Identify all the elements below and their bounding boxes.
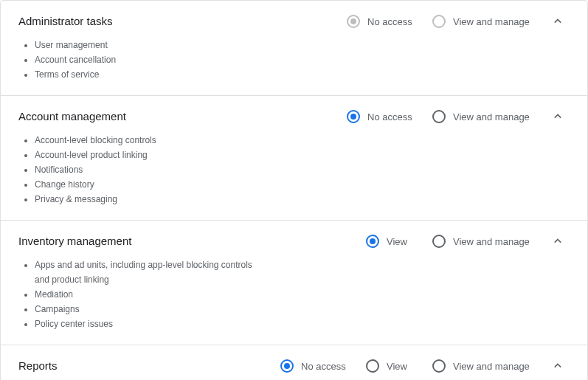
bullet-item: Mediation bbox=[35, 287, 253, 302]
bullet-item: Privacy & messaging bbox=[35, 192, 253, 207]
radio-icon bbox=[280, 359, 294, 373]
bullet-item: Terms of service bbox=[35, 67, 253, 82]
section-left: ReportsReports bbox=[18, 359, 262, 380]
radio-icon bbox=[432, 359, 446, 373]
option-no-access: No access bbox=[344, 15, 429, 28]
section-reports: ReportsReportsNo accessViewView and mana… bbox=[1, 345, 587, 380]
radio-icon bbox=[432, 110, 446, 123]
permissions-panel: Administrator tasksUser managementAccoun… bbox=[0, 0, 588, 380]
radio-icon bbox=[432, 235, 446, 248]
radio-icon bbox=[347, 15, 360, 28]
radio-icon bbox=[366, 359, 379, 373]
bullet-item: Policy center issues bbox=[35, 317, 253, 331]
bullet-item: Account cancellation bbox=[35, 52, 253, 67]
option-label: No access bbox=[367, 111, 412, 122]
option-view[interactable]: View bbox=[363, 359, 429, 373]
bullet-item: Apps and ad units, including app-level b… bbox=[35, 258, 253, 287]
option-no-access[interactable]: No access bbox=[344, 110, 429, 123]
section-left: Inventory managementApps and ad units, i… bbox=[18, 234, 262, 331]
section-title: Reports bbox=[18, 359, 253, 373]
section-options: ViewView and manage bbox=[262, 234, 573, 249]
section-bullets: Apps and ad units, including app-level b… bbox=[18, 258, 253, 331]
radio-icon bbox=[432, 15, 446, 28]
section-bullets: Account-level blocking controlsAccount-l… bbox=[18, 133, 253, 207]
section-options: No accessViewView and manage bbox=[262, 359, 573, 373]
option-label: View bbox=[387, 361, 407, 372]
bullet-item: Campaigns bbox=[35, 302, 253, 317]
bullet-item: User management bbox=[35, 38, 253, 52]
option-view-manage[interactable]: View and manage bbox=[429, 235, 543, 248]
section-left: Account managementAccount-level blocking… bbox=[18, 109, 262, 207]
chevron-up-icon[interactable] bbox=[543, 109, 573, 124]
section-title: Administrator tasks bbox=[18, 14, 253, 29]
option-no-access[interactable]: No access bbox=[277, 359, 363, 373]
section-admin: Administrator tasksUser managementAccoun… bbox=[1, 1, 587, 96]
radio-icon bbox=[347, 110, 360, 123]
option-label: View and manage bbox=[453, 111, 530, 122]
option-view[interactable]: View bbox=[363, 235, 429, 248]
option-view-manage[interactable]: View and manage bbox=[429, 110, 543, 123]
bullet-item: Change history bbox=[35, 177, 253, 192]
option-label: View and manage bbox=[453, 236, 530, 247]
section-options: No accessView and manage bbox=[262, 14, 573, 29]
option-label: View and manage bbox=[453, 16, 530, 27]
chevron-up-icon[interactable] bbox=[543, 234, 573, 249]
radio-icon bbox=[366, 235, 379, 248]
section-title: Inventory management bbox=[18, 234, 253, 249]
option-label: No access bbox=[367, 16, 412, 27]
section-options: No accessView and manage bbox=[262, 109, 573, 124]
option-label: View and manage bbox=[453, 361, 530, 372]
section-inventory: Inventory managementApps and ad units, i… bbox=[1, 221, 587, 345]
section-bullets: User managementAccount cancellationTerms… bbox=[18, 38, 253, 82]
option-label: View bbox=[387, 236, 407, 247]
section-left: Administrator tasksUser managementAccoun… bbox=[18, 14, 262, 82]
bullet-item: Notifications bbox=[35, 162, 253, 177]
option-label: No access bbox=[301, 361, 346, 372]
bullet-item: Account-level product linking bbox=[35, 148, 253, 162]
section-title: Account management bbox=[18, 109, 253, 124]
chevron-up-icon[interactable] bbox=[543, 359, 573, 373]
option-view-manage: View and manage bbox=[429, 15, 543, 28]
section-account: Account managementAccount-level blocking… bbox=[1, 96, 587, 221]
bullet-item: Account-level blocking controls bbox=[35, 133, 253, 148]
chevron-up-icon[interactable] bbox=[543, 14, 573, 29]
option-view-manage[interactable]: View and manage bbox=[429, 359, 543, 373]
